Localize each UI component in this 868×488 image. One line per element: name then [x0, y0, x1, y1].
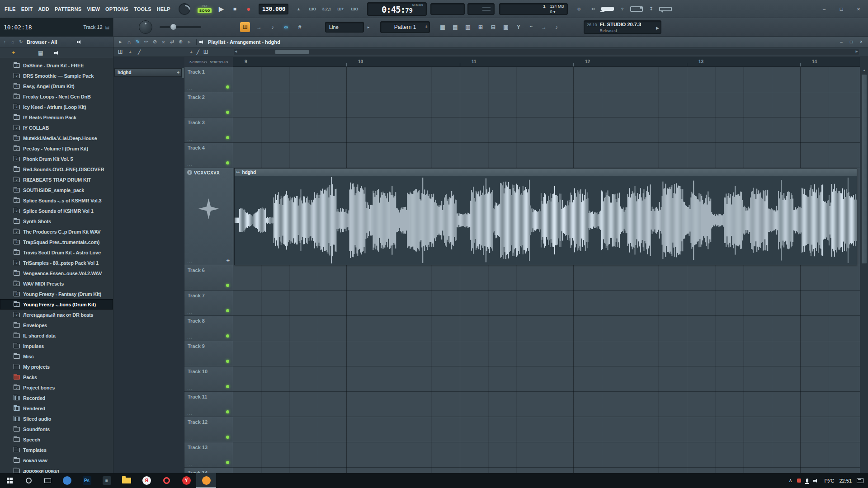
- track-header[interactable]: Track 7···: [184, 291, 233, 316]
- paint-tool-icon[interactable]: ✏: [142, 38, 151, 46]
- help-icon[interactable]: ?: [616, 4, 628, 14]
- taskbar-clock[interactable]: 22:51: [839, 478, 852, 483]
- grid-track-row[interactable]: [233, 291, 860, 316]
- automation-source-icon[interactable]: ╱: [138, 50, 141, 55]
- browser-item[interactable]: Misc: [0, 351, 113, 361]
- track-header[interactable]: Track 10···: [184, 366, 233, 392]
- browser-item[interactable]: IY COLLAB: [0, 122, 113, 133]
- track-header[interactable]: Track 12···: [184, 417, 233, 442]
- track-header[interactable]: Track 11···: [184, 392, 233, 417]
- track-led[interactable]: [226, 461, 229, 464]
- one-click-record-icon[interactable]: →: [538, 22, 549, 32]
- track-grip[interactable]: ···: [187, 88, 193, 92]
- record-button[interactable]: ●: [241, 2, 255, 16]
- browser-item[interactable]: Red.Sounds.OVO..ENE)-DISCOVER: [0, 164, 113, 174]
- browser-item[interactable]: Sliced audio: [0, 413, 113, 424]
- stretch-icon[interactable]: Ш: [203, 50, 208, 55]
- browser-item[interactable]: Icy Keed - Atrium (Loop Kit): [0, 102, 113, 112]
- grid-track-row[interactable]: [233, 143, 860, 168]
- grid-track-row[interactable]: [233, 366, 860, 392]
- tray-app-icon[interactable]: [797, 479, 801, 483]
- track-header[interactable]: Track 8···: [184, 316, 233, 341]
- track-led[interactable]: [226, 309, 229, 312]
- browser-item[interactable]: Young Freezy -..tions (Drum Kit): [0, 299, 113, 310]
- browser-title[interactable]: Browser - All: [27, 39, 57, 45]
- browser-item[interactable]: PeeJay - Volume I (Drum Kit): [0, 143, 113, 154]
- track-led[interactable]: [226, 161, 229, 164]
- playback-tool-icon[interactable]: ▹: [185, 38, 193, 46]
- zoom-tool-icon[interactable]: ⊕: [176, 38, 185, 46]
- taskbar-app-yandex-browser[interactable]: Y: [176, 473, 196, 488]
- start-button[interactable]: [0, 473, 19, 488]
- browser-item[interactable]: TriSamples - 80..pstep Pack Vol 1: [0, 258, 113, 268]
- track-led[interactable]: [226, 334, 229, 338]
- browser-item[interactable]: Templates: [0, 445, 113, 455]
- tempo-display[interactable]: 130.000: [259, 4, 288, 14]
- track-info-icon[interactable]: i: [187, 170, 192, 175]
- timeline-ruler[interactable]: 91011121314: [233, 57, 860, 67]
- touch-keyboard-icon[interactable]: Y: [513, 22, 524, 32]
- play-button[interactable]: ▶: [214, 2, 228, 16]
- track-led[interactable]: [226, 360, 229, 363]
- pattern-selector[interactable]: Pattern 1 +: [380, 21, 430, 33]
- task-view-button[interactable]: [38, 473, 57, 488]
- browser-item[interactable]: вокал wav: [0, 455, 113, 465]
- track-grip[interactable]: ···: [187, 138, 193, 142]
- grid-track-row[interactable]: [233, 92, 860, 117]
- tray-mic-icon[interactable]: [806, 479, 808, 483]
- playlist-maximize-button[interactable]: □: [846, 38, 856, 46]
- menu-file[interactable]: FILE: [2, 0, 19, 18]
- wait-for-input-icon[interactable]: ШО: [306, 4, 319, 14]
- playlist-close-button[interactable]: ×: [856, 38, 866, 46]
- browser-item[interactable]: The Producers C..p Drum Kit WAV: [0, 226, 113, 237]
- stretch-label[interactable]: STRETCH: [210, 61, 228, 64]
- delete-tool-icon[interactable]: ⊘: [151, 38, 159, 46]
- menu-edit[interactable]: EDIT: [19, 0, 36, 18]
- close-button[interactable]: ×: [850, 3, 867, 15]
- snap-selector[interactable]: Line: [325, 22, 364, 33]
- menu-view[interactable]: VIEW: [84, 0, 103, 18]
- browser-item[interactable]: Splice Sounds of KSHMR Vol 1: [0, 206, 113, 216]
- main-volume-knob[interactable]: [179, 3, 190, 15]
- browser-item[interactable]: Packs: [0, 372, 113, 382]
- menu-help[interactable]: HELP: [154, 0, 173, 18]
- taskbar-app-browser-blue[interactable]: [57, 473, 77, 488]
- slope-icon[interactable]: ╱: [197, 50, 199, 55]
- track-grip[interactable]: ···: [187, 311, 193, 315]
- menu-patterns[interactable]: PATTERNS: [52, 0, 84, 18]
- save-icon[interactable]: [630, 6, 643, 12]
- channel-rack-toggle-icon[interactable]: ▤: [450, 22, 461, 32]
- vertical-scrollbar-thumb[interactable]: [861, 74, 867, 264]
- browser-item[interactable]: RIIZABEATS TRAP DRUM KIT: [0, 174, 113, 185]
- track-header[interactable]: Track 6···: [184, 265, 233, 291]
- grid-track-row[interactable]: [233, 417, 860, 442]
- track-add-icon[interactable]: +: [226, 258, 230, 263]
- tap-tempo-icon[interactable]: ~: [526, 22, 537, 32]
- folder-tab-icon[interactable]: ▤: [27, 50, 54, 56]
- shuffle-knob[interactable]: [139, 20, 152, 34]
- audio-clip[interactable]: ↦ hdghd: [234, 168, 857, 265]
- playlist-toggle-icon[interactable]: ▦: [437, 22, 448, 32]
- browser-item[interactable]: Mutekki.Media.V..ial.Deep.House: [0, 133, 113, 143]
- audio-clip-header[interactable]: ↦ hdghd: [235, 169, 857, 176]
- track-led[interactable]: [226, 385, 229, 388]
- track-led[interactable]: [226, 284, 229, 287]
- taskbar-app-explorer[interactable]: [117, 473, 137, 488]
- track-grip[interactable]: ···: [187, 463, 193, 467]
- browser-item[interactable]: дорожки вокал: [0, 465, 113, 473]
- browser-speaker-icon[interactable]: [77, 40, 83, 44]
- grid-track-row[interactable]: [233, 67, 860, 92]
- track-header[interactable]: Track 14···: [184, 468, 233, 473]
- track-led[interactable]: [226, 85, 229, 89]
- version-arrow-icon[interactable]: ▶: [656, 22, 659, 34]
- browser-item[interactable]: Envelopes: [0, 320, 113, 330]
- playlist-minimize-button[interactable]: –: [836, 38, 846, 46]
- browser-item[interactable]: DaShine - Drum Kit - FREE: [0, 60, 113, 70]
- mixer-toggle-icon[interactable]: ⊞: [475, 22, 486, 32]
- slide-note-icon[interactable]: ♪: [267, 22, 278, 32]
- audition-tab-icon[interactable]: [54, 51, 60, 55]
- track-grip[interactable]: ···: [187, 286, 193, 290]
- detach-icon[interactable]: ▸: [116, 38, 125, 46]
- taskbar-app-yandex[interactable]: Я: [137, 473, 156, 488]
- browser-item[interactable]: SOUTHSIDE_sample_pack: [0, 185, 113, 195]
